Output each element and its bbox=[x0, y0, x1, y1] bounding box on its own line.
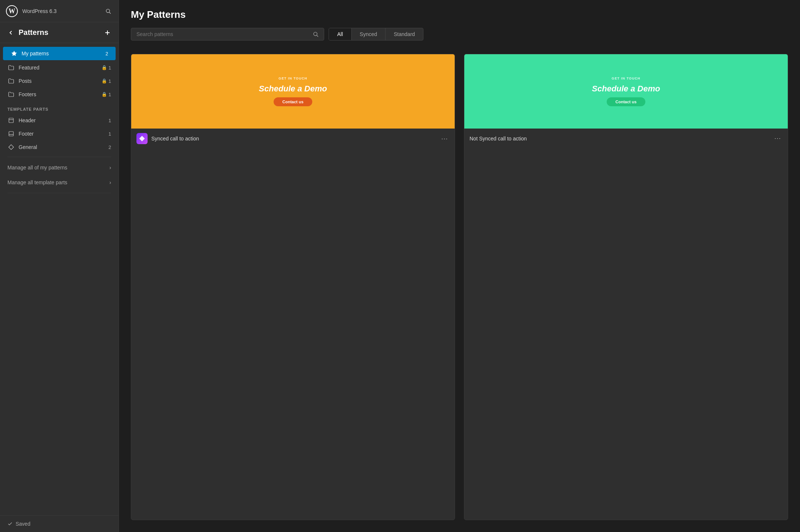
svg-point-12 bbox=[314, 32, 317, 36]
chevron-right-icon-2: › bbox=[109, 179, 111, 185]
pattern-thumbnail-not-synced: GET IN TOUCH Schedule a Demo Contact us bbox=[464, 54, 788, 129]
sidebar-item-posts[interactable]: Posts 🔒 1 bbox=[0, 74, 119, 88]
folder-icon-posts bbox=[7, 78, 15, 84]
pattern-footer-synced: Synced call to action ··· bbox=[131, 129, 455, 149]
main-header: My Patterns All Synced Standard bbox=[119, 0, 800, 48]
diamond-icon bbox=[7, 144, 15, 150]
wordpress-logo: W bbox=[6, 5, 18, 17]
patterns-grid: GET IN TOUCH Schedule a Demo Contact us … bbox=[119, 48, 800, 532]
chevron-right-icon: › bbox=[109, 165, 111, 171]
svg-rect-7 bbox=[9, 118, 13, 123]
svg-text:W: W bbox=[9, 7, 15, 14]
posts-count: 1 bbox=[109, 78, 111, 84]
add-pattern-button[interactable] bbox=[104, 29, 111, 36]
synced-pattern-icon bbox=[136, 133, 148, 144]
lock-icon-posts: 🔒 bbox=[101, 78, 107, 84]
footer-label: Footer bbox=[19, 131, 109, 137]
my-patterns-count: 2 bbox=[106, 51, 108, 56]
filter-tab-all[interactable]: All bbox=[329, 28, 352, 40]
thumb-inner-not-synced: GET IN TOUCH Schedule a Demo Contact us bbox=[592, 77, 660, 106]
svg-rect-9 bbox=[9, 132, 13, 136]
search-box bbox=[131, 28, 324, 40]
manage-parts-link[interactable]: Manage all template parts › bbox=[0, 175, 119, 190]
patterns-nav-header: Patterns bbox=[0, 22, 119, 43]
plus-icon bbox=[104, 29, 111, 36]
footers-count: 1 bbox=[109, 92, 111, 97]
featured-count: 1 bbox=[109, 65, 111, 71]
svg-marker-11 bbox=[9, 145, 13, 149]
pattern-card-synced[interactable]: GET IN TOUCH Schedule a Demo Contact us … bbox=[131, 54, 455, 520]
featured-label: Featured bbox=[19, 65, 101, 71]
block-icon bbox=[139, 135, 145, 142]
sidebar-item-footers[interactable]: Footers 🔒 1 bbox=[0, 88, 119, 101]
topbar-search-button[interactable] bbox=[104, 7, 113, 16]
footers-label: Footers bbox=[19, 91, 101, 97]
star-icon bbox=[10, 51, 18, 56]
thumb-title-not-synced: Schedule a Demo bbox=[592, 84, 660, 94]
sidebar-footer: Saved bbox=[0, 515, 119, 532]
filter-tab-standard[interactable]: Standard bbox=[386, 28, 423, 40]
sidebar-item-footer[interactable]: Footer 1 bbox=[0, 127, 119, 140]
svg-marker-6 bbox=[12, 51, 16, 56]
main-content: My Patterns All Synced Standard bbox=[119, 0, 800, 532]
sidebar: W WordPress 6.3 Patterns bbox=[0, 0, 119, 532]
not-synced-pattern-menu-button[interactable]: ··· bbox=[773, 133, 783, 144]
back-icon bbox=[7, 29, 14, 36]
svg-line-3 bbox=[109, 12, 111, 14]
page-title: My Patterns bbox=[131, 9, 788, 20]
not-synced-pattern-name: Not Synced call to action bbox=[470, 136, 769, 142]
thumb-label-synced: GET IN TOUCH bbox=[278, 77, 307, 80]
sidebar-item-header[interactable]: Header 1 bbox=[0, 114, 119, 127]
header-label: Header bbox=[19, 117, 109, 123]
search-icon bbox=[105, 8, 111, 14]
manage-parts-label: Manage all template parts bbox=[7, 179, 67, 185]
manage-patterns-label: Manage all of my patterns bbox=[7, 165, 67, 171]
header-template-icon bbox=[7, 117, 15, 123]
search-filter-row: All Synced Standard bbox=[131, 28, 788, 40]
filter-tabs: All Synced Standard bbox=[329, 28, 423, 40]
lock-icon-featured: 🔒 bbox=[101, 65, 107, 70]
general-label: General bbox=[19, 144, 109, 150]
svg-line-13 bbox=[317, 35, 318, 37]
thumb-inner-synced: GET IN TOUCH Schedule a Demo Contact us bbox=[259, 77, 327, 106]
search-input[interactable] bbox=[136, 31, 313, 37]
synced-pattern-name: Synced call to action bbox=[151, 136, 436, 142]
svg-marker-14 bbox=[139, 136, 145, 142]
pattern-thumbnail-synced: GET IN TOUCH Schedule a Demo Contact us bbox=[131, 54, 455, 129]
thumb-title-synced: Schedule a Demo bbox=[259, 84, 327, 94]
search-button[interactable] bbox=[313, 31, 319, 37]
check-icon bbox=[7, 521, 13, 526]
sidebar-divider-1 bbox=[7, 157, 111, 157]
posts-label: Posts bbox=[19, 78, 101, 84]
thumb-cta-synced: Contact us bbox=[274, 97, 313, 106]
sidebar-item-my-patterns[interactable]: My patterns 2 bbox=[3, 47, 116, 60]
sidebar-topbar: W WordPress 6.3 bbox=[0, 0, 119, 22]
thumb-cta-not-synced: Contact us bbox=[607, 97, 646, 106]
patterns-heading: Patterns bbox=[19, 28, 104, 37]
template-parts-section-label: TEMPLATE PARTS bbox=[0, 101, 119, 114]
app-name: WordPress 6.3 bbox=[22, 8, 104, 14]
sidebar-item-featured[interactable]: Featured 🔒 1 bbox=[0, 61, 119, 74]
pattern-footer-not-synced: Not Synced call to action ··· bbox=[464, 129, 788, 148]
footer-count: 1 bbox=[109, 131, 111, 137]
filter-tab-synced[interactable]: Synced bbox=[352, 28, 386, 40]
sidebar-scroll-area: My patterns 2 Featured 🔒 1 Posts 🔒 1 Foo… bbox=[0, 43, 119, 515]
pattern-card-not-synced[interactable]: GET IN TOUCH Schedule a Demo Contact us … bbox=[464, 54, 788, 520]
saved-label: Saved bbox=[16, 521, 30, 527]
header-count: 1 bbox=[109, 118, 111, 123]
sidebar-item-general[interactable]: General 2 bbox=[0, 140, 119, 154]
back-button[interactable] bbox=[7, 29, 14, 36]
thumb-label-not-synced: GET IN TOUCH bbox=[612, 77, 640, 80]
my-patterns-label: My patterns bbox=[22, 51, 106, 56]
synced-pattern-menu-button[interactable]: ··· bbox=[440, 133, 449, 144]
general-count: 2 bbox=[109, 145, 111, 150]
sidebar-divider-2 bbox=[7, 193, 111, 193]
search-icon-main bbox=[313, 31, 319, 37]
footer-template-icon bbox=[7, 131, 15, 137]
svg-point-2 bbox=[106, 9, 110, 12]
folder-icon-footers bbox=[7, 91, 15, 97]
folder-icon bbox=[7, 65, 15, 71]
manage-patterns-link[interactable]: Manage all of my patterns › bbox=[0, 160, 119, 175]
lock-icon-footers: 🔒 bbox=[101, 92, 107, 97]
